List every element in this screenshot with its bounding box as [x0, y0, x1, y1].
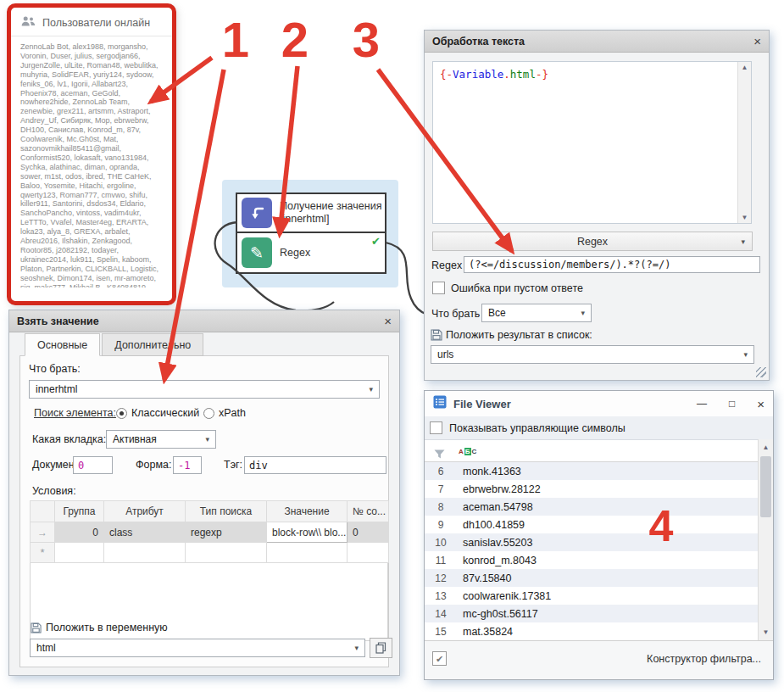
result-list-value: urls [437, 349, 453, 360]
maximize-icon[interactable]: □ [729, 398, 735, 410]
put-variable-select[interactable]: html ▾ [30, 639, 365, 657]
list-item[interactable]: 14 mc-gh0st.56117 [425, 605, 759, 622]
close-icon[interactable]: × [757, 397, 765, 411]
scroll-down-icon[interactable]: ▼ [759, 628, 773, 636]
row-value: ebrwebrw.28122 [457, 483, 541, 495]
condition-row[interactable]: → 0 class regexp block-row\\ blo... 0 [31, 522, 389, 543]
file-viewer-scrollbar[interactable]: ▲ ▼ [758, 439, 773, 640]
tab-additional[interactable]: Дополнительно [102, 333, 203, 356]
scroll-down-icon[interactable]: ▼ [738, 214, 751, 221]
mode-dropdown-button[interactable]: Regex ▾ [432, 232, 753, 251]
filter-builder-link[interactable]: Конструктор фильтра... [647, 653, 761, 665]
result-list-select[interactable]: urls ▾ [431, 345, 754, 364]
new-row-icon: * [31, 543, 55, 563]
radio-xpath-label: xPath [219, 407, 246, 419]
conditions-table: Группа Атрибут Тип поиска Значение № со.… [30, 500, 389, 563]
chevron-down-icon: ▾ [369, 385, 373, 393]
text-processing-window: Обработка текста × {-Variable.html-} ▲ ▼… [424, 30, 770, 381]
show-symbols-checkbox[interactable] [430, 421, 442, 434]
textarea-scrollbar[interactable]: ▲ ▼ [737, 62, 751, 223]
text-processing-title: Обработка текста [432, 36, 525, 47]
online-users-title: Пользователи онлайн [42, 17, 150, 29]
take-value-window: Взять значение × Основные Дополнительно … [8, 310, 400, 676]
regex-pattern-value: (?<=/discussion/members/).*?(?=/) [469, 259, 670, 271]
new-condition-row[interactable]: * [31, 543, 389, 563]
list-item[interactable]: 11 konrod_m.8043 [425, 551, 759, 569]
error-on-empty-checkbox[interactable] [432, 282, 445, 294]
col-attribute[interactable]: Атрибут [104, 501, 186, 522]
action-get-value[interactable]: Получение значения [innerhtml] [237, 194, 385, 233]
which-tab-select[interactable]: Активная ▾ [106, 430, 216, 449]
filter-funnel-icon[interactable] [434, 447, 445, 462]
abc-letter-c: С [472, 448, 477, 455]
radio-xpath[interactable] [203, 408, 214, 419]
list-item[interactable]: 12 87v.15840 [425, 569, 759, 587]
cell-search-type[interactable]: regexp [186, 522, 267, 543]
show-symbols-row: Показывать управляющие символы [425, 416, 773, 439]
close-icon[interactable]: × [384, 315, 392, 327]
col-group[interactable]: Группа [55, 501, 104, 522]
macro-variable: Variable [453, 68, 503, 81]
copy-button[interactable] [370, 638, 392, 658]
chevron-down-icon: ▾ [205, 435, 209, 444]
pencil-icon: ✎ [242, 237, 272, 268]
list-item[interactable]: 7 ebrwebrw.28122 [425, 480, 759, 498]
cell-group[interactable]: 0 [55, 522, 104, 543]
document-input[interactable]: 0 [73, 456, 113, 474]
footer-checkbox[interactable]: ✔ [432, 651, 447, 666]
col-search-type[interactable]: Тип поиска [186, 501, 267, 522]
save-list-icon [431, 329, 442, 341]
resize-grip[interactable] [756, 367, 766, 377]
take-what-select[interactable]: Все ▾ [481, 304, 592, 322]
row-number: 14 [425, 608, 457, 620]
list-item[interactable]: 9 dh100.41859 [425, 516, 759, 533]
annotation-number-1: 1 [217, 15, 254, 64]
list-item[interactable]: 15 mat.35824 [425, 622, 759, 640]
take-what-label: Что брать [431, 308, 480, 320]
list-item[interactable]: 13 coolwarenik.17381 [425, 587, 759, 605]
annotation-number-2: 2 [275, 15, 315, 64]
col-value[interactable]: Значение [267, 501, 348, 522]
source-text-area[interactable]: {-Variable.html-} ▲ ▼ [432, 61, 752, 224]
result-list-label: Положить результат в список: [446, 329, 592, 341]
file-viewer-rows: 6 monk.41363 7 ebrwebrw.28122 8 aceman.5… [425, 462, 759, 640]
scrollbar-thumb[interactable] [760, 456, 771, 517]
online-users-header: Пользователи онлайн [11, 8, 172, 36]
row-value: 87v.15840 [457, 572, 511, 584]
chevron-down-icon: ▾ [743, 350, 748, 359]
regex-pattern-input[interactable]: (?<=/discussion/members/).*?(?=/) [464, 256, 760, 273]
what-take-select[interactable]: innerhtml ▾ [29, 380, 380, 399]
regex-label: Regex [431, 260, 462, 271]
error-on-empty-label: Ошибка при пустом ответе [451, 282, 583, 294]
scroll-up-icon[interactable]: ▲ [759, 444, 773, 451]
tab-main[interactable]: Основные [25, 333, 100, 356]
form-input[interactable]: -1 [173, 456, 202, 474]
macro-open: {- [440, 68, 453, 81]
tag-input[interactable]: div [244, 456, 386, 474]
file-viewer-title: File Viewer [453, 398, 511, 410]
cell-number[interactable]: 0 [348, 522, 389, 543]
users-group-icon [21, 16, 36, 30]
form-label: Форма: [136, 459, 171, 471]
current-row-icon: → [31, 522, 55, 543]
get-value-icon [242, 198, 272, 228]
action-regex[interactable]: ✎ Regex ✔ [237, 233, 385, 272]
close-icon[interactable]: × [753, 35, 761, 47]
minimize-icon[interactable]: — [697, 398, 707, 410]
row-number: 12 [425, 572, 457, 584]
action-block-group: Получение значения [innerhtml] ✎ Regex ✔ [236, 193, 386, 274]
row-value: dh100.41859 [457, 519, 525, 531]
list-item[interactable]: 6 monk.41363 [425, 462, 759, 480]
scroll-up-icon[interactable]: ▲ [738, 64, 751, 71]
list-item[interactable]: 10 sanislav.55203 [425, 533, 759, 551]
file-viewer-icon [433, 395, 447, 412]
text-column-type-icon[interactable]: А Б С [459, 448, 476, 455]
cell-value[interactable]: block-row\\ blo... [267, 522, 348, 543]
action-get-value-label: Получение значения [innerhtml] [280, 200, 381, 226]
cell-attribute[interactable]: class [104, 522, 186, 543]
radio-classic[interactable] [116, 408, 127, 419]
list-item[interactable]: 8 aceman.54798 [425, 498, 759, 516]
col-number[interactable]: № со... [348, 501, 389, 522]
macro-prop: html [510, 68, 536, 81]
element-search-link[interactable]: Поиск элемента: [34, 407, 116, 419]
